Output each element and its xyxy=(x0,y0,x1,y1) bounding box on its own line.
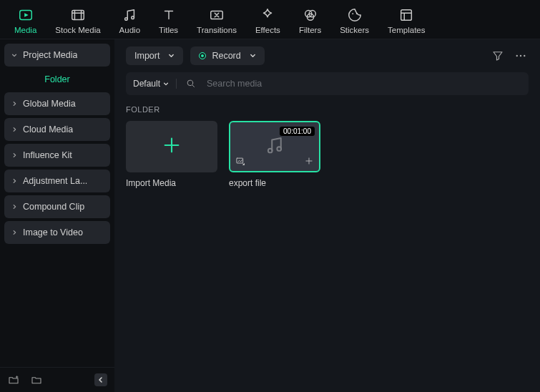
svg-point-17 xyxy=(277,147,281,151)
svg-point-9 xyxy=(352,13,353,14)
sidebar-item-adjustment-layer[interactable]: Adjustment La... xyxy=(4,170,110,192)
import-button-label: Import xyxy=(134,51,159,61)
more-options-icon[interactable] xyxy=(513,48,529,64)
search-bar: Default xyxy=(126,72,529,95)
tab-label: Media xyxy=(14,26,36,34)
svg-point-15 xyxy=(187,80,193,86)
image-export-icon xyxy=(235,155,246,167)
card-label: Import Media xyxy=(126,178,217,188)
tab-label: Audio xyxy=(119,26,140,34)
import-button[interactable]: Import xyxy=(126,46,183,65)
transitions-icon xyxy=(209,7,225,23)
svg-point-16 xyxy=(268,149,273,153)
sidebar: Project Media Folder Global Media Cloud … xyxy=(0,39,114,392)
sidebar-item-image-to-video[interactable]: Image to Video xyxy=(4,221,110,244)
tab-effects[interactable]: Effects xyxy=(255,7,280,34)
chevron-down-icon xyxy=(168,51,175,61)
svg-point-13 xyxy=(520,55,521,57)
stock-media-icon xyxy=(70,7,86,23)
templates-icon xyxy=(398,7,414,23)
folder-icon[interactable] xyxy=(30,373,43,386)
tab-label: Stock Media xyxy=(55,26,100,34)
sidebar-item-label: Adjustment La... xyxy=(23,176,87,186)
sidebar-item-compound-clip[interactable]: Compound Clip xyxy=(4,195,110,218)
tab-templates[interactable]: Templates xyxy=(388,7,425,34)
sidebar-item-cloud-media[interactable]: Cloud Media xyxy=(4,118,110,141)
record-button[interactable]: Record xyxy=(190,46,264,65)
titles-icon xyxy=(161,7,177,23)
chevron-down-icon xyxy=(11,52,17,58)
tab-label: Filters xyxy=(299,26,321,34)
chevron-right-icon xyxy=(11,204,17,210)
import-media-thumb[interactable] xyxy=(126,121,217,172)
svg-marker-1 xyxy=(24,13,29,17)
svg-point-3 xyxy=(125,18,128,21)
sidebar-item-label: Compound Clip xyxy=(23,202,84,212)
svg-rect-11 xyxy=(401,10,412,21)
stickers-icon xyxy=(347,7,363,23)
svg-point-10 xyxy=(355,13,357,14)
chevron-right-icon xyxy=(11,178,17,184)
chevron-down-icon xyxy=(250,51,256,61)
sidebar-item-label: Global Media xyxy=(23,99,76,109)
chevron-right-icon xyxy=(11,101,17,107)
tab-label: Effects xyxy=(255,26,280,34)
search-icon xyxy=(185,78,197,89)
sort-dropdown[interactable]: Default xyxy=(133,79,177,89)
sidebar-item-project-media[interactable]: Project Media xyxy=(4,44,110,67)
sort-label: Default xyxy=(133,79,160,89)
tab-audio[interactable]: Audio xyxy=(119,7,140,34)
tab-transitions[interactable]: Transitions xyxy=(197,7,237,34)
audio-icon xyxy=(122,7,137,23)
tab-titles[interactable]: Titles xyxy=(159,7,178,34)
svg-point-4 xyxy=(132,16,134,19)
record-button-label: Record xyxy=(212,51,240,61)
chevron-right-icon xyxy=(11,127,17,132)
tab-stock-media[interactable]: Stock Media xyxy=(55,7,100,34)
sidebar-item-folder[interactable]: Folder xyxy=(4,69,110,89)
sidebar-item-label: Project Media xyxy=(23,50,77,60)
plus-icon xyxy=(160,134,183,160)
media-clip-card: 00:01:00 export file xyxy=(229,121,320,188)
filter-settings-icon[interactable] xyxy=(490,48,506,64)
svg-rect-2 xyxy=(72,11,84,20)
sidebar-item-label: Folder xyxy=(44,74,69,84)
tab-label: Titles xyxy=(159,26,178,34)
section-title: FOLDER xyxy=(126,105,529,114)
svg-point-14 xyxy=(524,55,525,57)
tab-media[interactable]: Media xyxy=(14,7,36,34)
sidebar-footer xyxy=(0,367,114,392)
tab-label: Transitions xyxy=(197,26,237,34)
record-dot-icon xyxy=(199,52,206,59)
sidebar-item-global-media[interactable]: Global Media xyxy=(4,92,110,115)
sidebar-item-influence-kit[interactable]: Influence Kit xyxy=(4,144,110,167)
collapse-sidebar-button[interactable] xyxy=(94,373,107,386)
content-topbar: Import Record xyxy=(126,39,529,72)
sidebar-item-label: Image to Video xyxy=(23,227,83,237)
media-cards: Import Media 00:01:00 export file xyxy=(126,121,529,188)
media-clip-thumb[interactable]: 00:01:00 xyxy=(229,121,320,172)
svg-point-12 xyxy=(516,55,518,57)
tab-stickers[interactable]: Stickers xyxy=(340,7,369,34)
tab-filters[interactable]: Filters xyxy=(299,7,321,34)
card-label: export file xyxy=(229,178,320,188)
chevron-down-icon xyxy=(163,81,169,87)
filters-icon xyxy=(303,7,318,23)
sidebar-item-label: Influence Kit xyxy=(23,150,72,160)
music-icon xyxy=(264,134,285,159)
tab-label: Templates xyxy=(388,26,425,34)
search-input[interactable] xyxy=(205,76,521,92)
chevron-right-icon xyxy=(11,152,17,158)
add-to-timeline-icon[interactable] xyxy=(303,155,315,167)
new-folder-icon[interactable] xyxy=(7,373,20,386)
media-icon xyxy=(18,7,34,23)
content-pane: Import Record Default xyxy=(114,39,540,392)
top-toolbar: Media Stock Media Audio Titles Transitio… xyxy=(0,0,540,39)
effects-icon xyxy=(260,7,275,23)
chevron-right-icon xyxy=(11,230,17,235)
tab-label: Stickers xyxy=(340,26,369,34)
sidebar-item-label: Cloud Media xyxy=(23,124,73,134)
import-media-card: Import Media xyxy=(126,121,217,188)
